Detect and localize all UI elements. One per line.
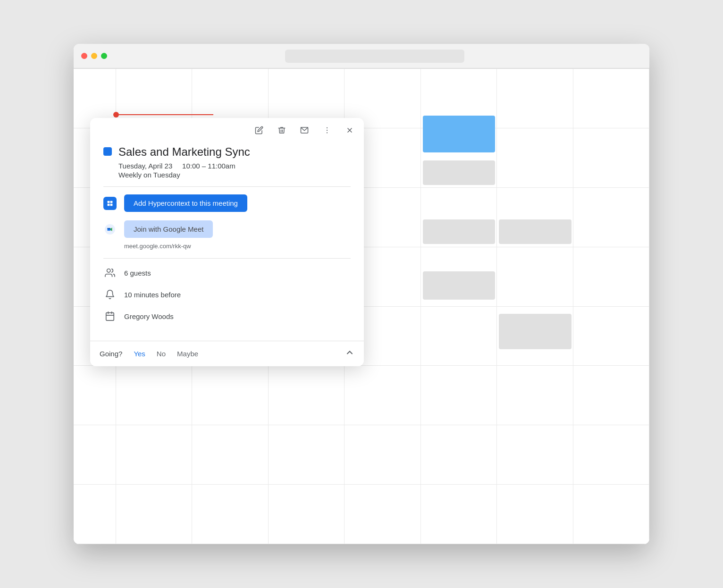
popup-toolbar xyxy=(90,118,364,141)
rsvp-no-button[interactable]: No xyxy=(153,348,169,360)
google-meet-icon xyxy=(103,223,117,236)
grid-cell xyxy=(74,425,116,485)
guests-icon xyxy=(103,266,117,279)
traffic-lights xyxy=(81,53,107,59)
reminder-icon xyxy=(103,288,117,301)
svg-rect-12 xyxy=(106,313,114,321)
grid-cell xyxy=(116,485,192,544)
svg-point-1 xyxy=(327,127,328,128)
grid-cell xyxy=(74,366,116,425)
hypercontext-button[interactable]: Add Hypercontext to this meeting xyxy=(124,194,247,212)
grid-cell xyxy=(497,366,573,425)
calendar-area: Sales and Marketing Sync Tuesday, April … xyxy=(74,68,649,544)
guests-row: 6 guests xyxy=(103,266,351,279)
minimize-button[interactable] xyxy=(91,53,97,59)
calendar-event-gray-4[interactable] xyxy=(423,271,495,300)
grid-cell xyxy=(269,485,345,544)
grid-cell xyxy=(74,485,116,544)
event-popup: Sales and Marketing Sync Tuesday, April … xyxy=(90,118,364,366)
grid-cell xyxy=(497,425,573,485)
hypercontext-icon xyxy=(103,197,117,210)
popup-divider-2 xyxy=(103,258,351,259)
event-recurrence: Weekly on Tuesday xyxy=(118,171,351,179)
grid-cell xyxy=(497,69,573,128)
event-date-time-text: Tuesday, April 23 10:00 – 11:00am xyxy=(118,162,351,170)
grid-cell xyxy=(497,485,573,544)
grid-cell xyxy=(345,366,420,425)
grid-cell xyxy=(345,425,420,485)
svg-point-2 xyxy=(327,130,328,131)
grid-cell xyxy=(345,485,420,544)
svg-rect-8 xyxy=(108,203,110,206)
grid-cell xyxy=(573,188,649,247)
meet-button-row: Join with Google Meet xyxy=(103,220,213,238)
event-time: 10:00 – 11:00am xyxy=(182,162,235,170)
grid-cell xyxy=(573,307,649,366)
calendar-event-blue[interactable] xyxy=(423,116,495,152)
delete-button[interactable] xyxy=(275,124,288,137)
popup-content: Sales and Marketing Sync Tuesday, April … xyxy=(90,141,364,341)
footer-expand-button[interactable] xyxy=(345,348,354,360)
current-time-indicator xyxy=(116,112,649,118)
grid-cell xyxy=(573,425,649,485)
svg-rect-9 xyxy=(110,203,113,206)
calendar-event-gray-5[interactable] xyxy=(499,314,571,349)
popup-footer: Going? Yes No Maybe xyxy=(90,341,364,366)
going-label: Going? xyxy=(100,350,122,358)
svg-rect-6 xyxy=(108,201,110,203)
more-options-button[interactable] xyxy=(320,124,334,137)
grid-cell xyxy=(573,128,649,188)
event-title: Sales and Marketing Sync xyxy=(118,144,250,159)
popup-divider-1 xyxy=(103,186,351,187)
grid-cell xyxy=(269,425,345,485)
address-bar[interactable] xyxy=(285,50,464,63)
close-popup-button[interactable] xyxy=(343,124,356,137)
calendar-icon xyxy=(103,310,117,323)
time-dot xyxy=(113,112,119,118)
organizer-name: Gregory Woods xyxy=(124,312,174,320)
titlebar-search-area xyxy=(107,50,642,63)
grid-cell xyxy=(421,485,497,544)
meet-link: meet.google.com/rkk-qw xyxy=(124,243,191,250)
grid-cell xyxy=(497,128,573,188)
grid-cell xyxy=(573,366,649,425)
grid-cell xyxy=(269,366,345,425)
edit-button[interactable] xyxy=(252,124,266,137)
rsvp-maybe-button[interactable]: Maybe xyxy=(173,348,202,360)
event-title-row: Sales and Marketing Sync xyxy=(103,144,351,159)
calendar-event-gray-2[interactable] xyxy=(423,219,495,244)
rsvp-yes-button[interactable]: Yes xyxy=(130,348,149,360)
grid-cell xyxy=(421,366,497,425)
email-button[interactable] xyxy=(298,124,311,137)
event-datetime: Tuesday, April 23 10:00 – 11:00am Weekly… xyxy=(118,162,351,179)
grid-cell xyxy=(573,485,649,544)
event-date: Tuesday, April 23 xyxy=(118,162,172,170)
time-line xyxy=(119,114,213,115)
grid-cell xyxy=(497,247,573,307)
event-color-dot xyxy=(103,147,112,156)
grid-cell xyxy=(116,366,192,425)
guests-count: 6 guests xyxy=(124,269,151,277)
maximize-button[interactable] xyxy=(101,53,107,59)
grid-cell xyxy=(421,307,497,366)
svg-point-3 xyxy=(327,132,328,133)
grid-cell xyxy=(192,425,268,485)
join-meet-button[interactable]: Join with Google Meet xyxy=(124,220,213,238)
calendar-event-gray-3[interactable] xyxy=(499,219,571,244)
calendar-event-gray-1[interactable] xyxy=(423,160,495,185)
grid-cell xyxy=(192,485,268,544)
titlebar xyxy=(74,44,649,68)
grid-cell xyxy=(573,69,649,128)
grid-cell xyxy=(192,366,268,425)
grid-cell xyxy=(421,425,497,485)
reminder-row: 10 minutes before xyxy=(103,288,351,301)
meet-row: Join with Google Meet meet.google.com/rk… xyxy=(103,220,351,250)
grid-cell xyxy=(573,247,649,307)
svg-point-11 xyxy=(107,269,110,272)
hypercontext-row: Add Hypercontext to this meeting xyxy=(103,194,351,212)
svg-rect-7 xyxy=(110,201,113,203)
grid-cell xyxy=(116,425,192,485)
organizer-row: Gregory Woods xyxy=(103,310,351,323)
close-button[interactable] xyxy=(81,53,87,59)
app-window: Sales and Marketing Sync Tuesday, April … xyxy=(74,44,649,544)
